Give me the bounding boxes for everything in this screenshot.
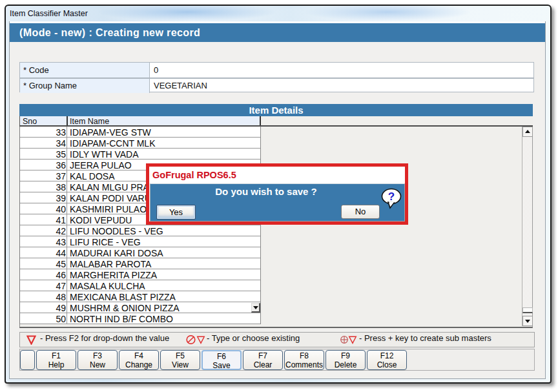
- svg-text:?: ?: [388, 191, 395, 203]
